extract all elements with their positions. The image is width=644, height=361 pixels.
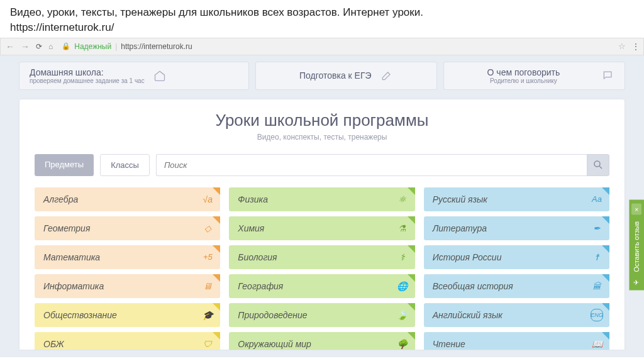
banner-ege[interactable]: Подготовка к ЕГЭ — [255, 62, 437, 90]
slide-caption: Видео, уроки, тексты, тренажеры для школ… — [0, 0, 644, 38]
letters-icon: Аа — [591, 193, 603, 206]
book-icon: 📖 — [591, 338, 603, 350]
chat-icon — [602, 69, 614, 82]
subject-obzh[interactable]: ОБЖ🛡 — [35, 332, 220, 350]
lock-icon: 🔒 — [62, 42, 70, 50]
subject-geometry[interactable]: Геометрия◇ — [35, 216, 220, 240]
sqrt-icon: √a — [201, 193, 214, 206]
banner-subtitle: проверяем домашнее задание за 1 час — [30, 77, 145, 84]
subject-label: История России — [433, 252, 502, 262]
flask-icon: ⚗ — [396, 222, 409, 235]
svg-point-0 — [594, 161, 600, 167]
subject-physics[interactable]: Физика⚛ — [229, 187, 414, 211]
subject-nature[interactable]: Природоведение🍃 — [229, 303, 414, 327]
subject-label: География — [238, 281, 283, 291]
subject-label: Алгебра — [43, 194, 78, 204]
subject-label: Математика — [43, 252, 100, 262]
close-icon[interactable]: × — [631, 204, 641, 215]
subject-label: Английский язык — [433, 310, 502, 320]
atom-icon: ⚛ — [396, 193, 409, 206]
bookmark-icon[interactable]: ☆ — [618, 42, 626, 51]
back-icon[interactable]: ← — [6, 42, 14, 52]
subject-world[interactable]: Окружающий мир🌳 — [229, 332, 414, 350]
subject-russian[interactable]: Русский языкАа — [424, 187, 609, 211]
banner-subtitle: Родителю и школьнику — [454, 77, 593, 84]
subject-reading[interactable]: Чтение📖 — [424, 332, 609, 350]
page-body: Домашняя школа: проверяем домашнее задан… — [0, 55, 644, 357]
dna-icon: ⚕ — [396, 251, 409, 264]
edit-icon — [380, 69, 393, 82]
subject-label: Природоведение — [238, 310, 307, 320]
shapes-icon: ◇ — [201, 222, 214, 235]
caption-line1: Видео, уроки, тексты, тренажеры для школ… — [10, 5, 634, 20]
subject-algebra[interactable]: Алгебра√a — [35, 187, 220, 211]
forward-icon[interactable]: → — [21, 42, 30, 52]
search-button[interactable] — [587, 154, 609, 176]
feedback-label: Оставить отзыв — [633, 221, 640, 272]
subject-label: Чтение — [433, 339, 465, 349]
plus5-icon: +5 — [201, 251, 214, 264]
subject-label: Физика — [238, 194, 268, 204]
monitor-icon: 🖥 — [201, 280, 214, 292]
globe-icon: 🌐 — [396, 280, 409, 292]
subject-math[interactable]: Математика+5 — [35, 245, 220, 269]
caption-line2: https://interneturok.ru/ — [10, 20, 634, 35]
shield-icon: 🛡 — [201, 338, 214, 350]
browser-toolbar: ← → ⟳ ⌂ 🔒 Надежный | https://interneturo… — [0, 38, 644, 55]
main-content: Уроки школьной программы Видео, конспект… — [19, 99, 625, 350]
quill-icon: ✒ — [591, 222, 603, 235]
eng-icon: ENG — [591, 309, 603, 321]
leaf-icon: 🍃 — [396, 309, 409, 321]
subject-history[interactable]: Всеобщая история🏛 — [424, 274, 609, 298]
tree-icon: 🌳 — [396, 338, 409, 350]
subject-label: ОБЖ — [43, 339, 64, 349]
banner-talk[interactable]: О чем поговорить Родителю и школьнику — [443, 62, 625, 90]
columns-icon: 🏛 — [591, 280, 603, 292]
subject-informatics[interactable]: Информатика🖥 — [35, 274, 220, 298]
subject-biology[interactable]: Биология⚕ — [229, 245, 414, 269]
page-subtitle: Видео, конспекты, тесты, тренажеры — [35, 133, 609, 142]
church-icon: ☨ — [591, 251, 603, 264]
subject-label: Геометрия — [43, 223, 90, 233]
subject-label: Окружающий мир — [238, 339, 311, 349]
tab-subjects[interactable]: Предметы — [35, 154, 94, 176]
filter-controls: Предметы Классы — [35, 154, 609, 176]
subject-chemistry[interactable]: Химия⚗ — [229, 216, 414, 240]
search-icon — [592, 159, 604, 170]
security-label: Надежный — [74, 42, 111, 51]
subject-history-ru[interactable]: История России☨ — [424, 245, 609, 269]
banner-title: Домашняя школа: — [30, 67, 145, 77]
subject-label: Литература — [433, 223, 487, 233]
feedback-tab[interactable]: ✈ Оставить отзыв × — [629, 200, 644, 291]
search-box — [156, 154, 609, 176]
menu-icon[interactable]: ⋮ — [632, 42, 638, 51]
gradcap-icon: 🎓 — [201, 309, 214, 321]
subject-label: Обществознание — [43, 310, 117, 320]
page-title: Уроки школьной программы — [35, 111, 609, 130]
promo-banners: Домашняя школа: проверяем домашнее задан… — [0, 62, 644, 90]
tab-classes[interactable]: Классы — [100, 154, 150, 176]
reload-icon[interactable]: ⟳ — [36, 42, 42, 51]
subject-geography[interactable]: География🌐 — [229, 274, 414, 298]
subject-english[interactable]: Английский языкENG — [424, 303, 609, 327]
subject-label: Химия — [238, 223, 264, 233]
url-text: https://interneturok.ru — [121, 42, 192, 51]
banner-title: Подготовка к ЕГЭ — [299, 70, 372, 81]
house-icon — [153, 69, 166, 82]
subject-label: Русский язык — [433, 194, 487, 204]
subject-label: Биология — [238, 252, 277, 262]
subject-literature[interactable]: Литература✒ — [424, 216, 609, 240]
banner-title: О чем поговорить — [454, 67, 593, 77]
subject-label: Информатика — [43, 281, 104, 291]
banner-home-school[interactable]: Домашняя школа: проверяем домашнее задан… — [19, 62, 249, 90]
paperplane-icon: ✈ — [633, 278, 639, 286]
search-input[interactable] — [156, 154, 587, 176]
subject-label: Всеобщая история — [433, 281, 513, 291]
address-bar[interactable]: 🔒 Надежный | https://interneturok.ru — [62, 42, 192, 51]
subjects-grid: Алгебра√a Физика⚛ Русский языкАа Геометр… — [35, 187, 609, 350]
subject-social[interactable]: Обществознание🎓 — [35, 303, 220, 327]
home-icon[interactable]: ⌂ — [48, 42, 53, 51]
